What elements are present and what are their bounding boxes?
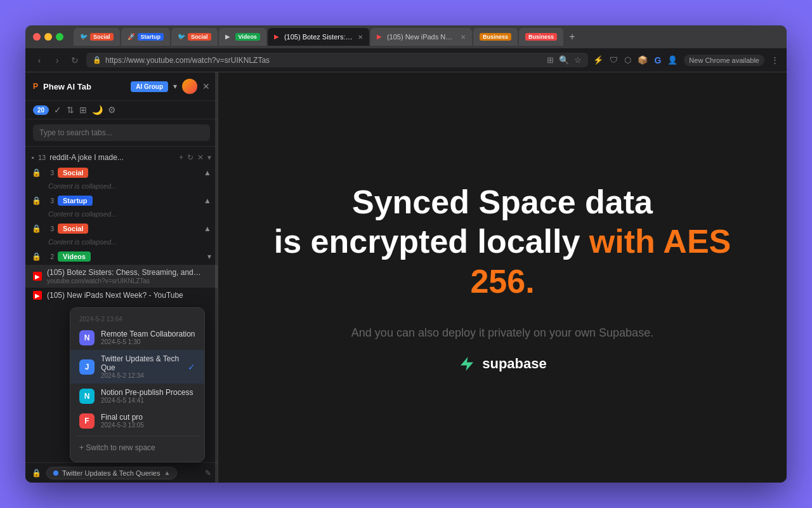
group-social2-badge[interactable]: Social: [58, 224, 88, 234]
group-social1-header[interactable]: 🔒 3 Social ▲: [25, 164, 218, 181]
tab-videos[interactable]: ▶ Videos: [219, 28, 266, 46]
dropdown-divider: [75, 436, 199, 436]
tab-title-ipads-sm: (105) New iPads Next Week? - YouTube: [47, 291, 210, 300]
group-social1-chevron-icon[interactable]: ▲: [204, 168, 211, 177]
tab-favicon-social2: 🐦: [178, 33, 185, 41]
group-row-videos: 🔒 2 Videos ▾ ▶ (105) Botez Sisters: Ches…: [25, 248, 218, 303]
extension-icon-1[interactable]: ⚡: [593, 55, 603, 65]
group-social2-header[interactable]: 🔒 3 Social ▲: [25, 220, 218, 237]
tab-close-ipads[interactable]: ✕: [461, 34, 466, 41]
group-startup-lock-icon: 🔒: [32, 196, 41, 205]
tab-close-botez[interactable]: ✕: [358, 34, 363, 41]
address-field[interactable]: 🔒 https://www.youtube.com/watch?v=srUIKN…: [86, 53, 588, 67]
tab-badge-startup: Startup: [138, 33, 164, 41]
dropdown-title-notion: Notion Pre-publish Process: [101, 388, 195, 397]
tab-youtube-ipads[interactable]: ▶ (105) New iPads Next Week?… ✕: [370, 28, 472, 46]
grid-icon[interactable]: ⊞: [79, 105, 87, 115]
resize-handle[interactable]: [215, 72, 218, 483]
sub-text: And you can also deploy it privately on …: [351, 326, 653, 340]
add-tab-icon[interactable]: +: [179, 153, 183, 162]
profile-icon[interactable]: 👤: [667, 55, 678, 65]
switch-space-button[interactable]: + Switch to new space: [70, 439, 204, 457]
new-tab-button[interactable]: +: [565, 29, 580, 44]
dropdown-content-remote: Remote Team Collaboration 2024-5-5 1:30: [101, 330, 195, 345]
current-space-badge[interactable]: Twitter Updates & Tech Queries ▲: [46, 467, 177, 479]
space-icon-finalcut: F: [79, 413, 95, 429]
sidebar-close-button[interactable]: ✕: [202, 81, 210, 91]
tab-count-badge: 20: [33, 105, 49, 115]
zoom-icon[interactable]: 🔍: [559, 55, 569, 65]
dropdown-timestamp: 2024-5-2 13:64: [70, 313, 204, 325]
group-videos-header[interactable]: 🔒 2 Videos ▾: [25, 248, 218, 265]
expand-window-icon[interactable]: ▾: [207, 153, 211, 162]
bottom-lock-icon[interactable]: 🔒: [32, 469, 41, 478]
group-social2-count: 3: [45, 225, 54, 232]
group-row-social2: 🔒 3 Social ▲ Content is collapsed...: [25, 220, 218, 248]
group-videos-badge[interactable]: Videos: [58, 251, 91, 262]
tab-startup[interactable]: 🚀 Startup: [121, 28, 171, 46]
tab-youtube-botez[interactable]: ▶ (105) Botez Sisters: Chess, S… ✕: [268, 28, 369, 46]
reload-button[interactable]: ↻: [69, 55, 81, 65]
dropdown-item-finalcut[interactable]: F Final cut pro 2024-5-3 13:05: [70, 408, 204, 433]
tab-social-1[interactable]: 🐦 Social: [74, 28, 120, 46]
back-button[interactable]: ‹: [33, 55, 46, 65]
space-icon-notion: N: [79, 389, 95, 404]
more-options-icon[interactable]: ⋮: [771, 55, 779, 65]
forward-button[interactable]: ›: [51, 55, 63, 65]
minimize-traffic-light[interactable]: [44, 33, 52, 41]
dropdown-item-notion[interactable]: N Notion Pre-publish Process 2024-5-5 14…: [70, 384, 204, 408]
dropdown-date-notion: 2024-5-5 14:41: [101, 397, 195, 404]
extension-icon-2[interactable]: 🛡: [610, 55, 618, 65]
refresh-icon[interactable]: ↻: [187, 153, 193, 162]
group-videos-chevron-icon[interactable]: ▾: [207, 252, 211, 261]
google-icon[interactable]: G: [654, 55, 661, 65]
close-window-icon[interactable]: ✕: [197, 153, 204, 162]
group-social1-badge[interactable]: Social: [58, 168, 88, 178]
group-social2-chevron-icon[interactable]: ▲: [204, 224, 211, 233]
dropdown-item-twitter[interactable]: J Twitter Updates & Tech Que 2024-5-2 12…: [70, 350, 204, 384]
moon-icon[interactable]: 🌙: [92, 105, 103, 115]
user-avatar[interactable]: [182, 79, 197, 94]
check-icon[interactable]: ✓: [54, 105, 62, 115]
sidebar-title: Phew AI Tab: [43, 82, 126, 91]
tab-title-ipads: (105) New iPads Next Week?…: [387, 33, 455, 41]
window-title: reddit-A joke I made...: [49, 153, 175, 162]
edit-icon[interactable]: ✎: [205, 469, 211, 478]
window-icon: ▪: [32, 154, 34, 161]
maximize-traffic-light[interactable]: [56, 33, 63, 41]
extension-icon-4[interactable]: 📦: [638, 55, 648, 65]
star-icon[interactable]: ☆: [574, 55, 582, 65]
dropdown-item-remote[interactable]: N Remote Team Collaboration 2024-5-5 1:3…: [70, 325, 204, 350]
window-actions: + ↻ ✕ ▾: [179, 153, 211, 162]
dropdown-date-remote: 2024-5-5 1:30: [101, 338, 195, 345]
settings-icon[interactable]: ⚙: [108, 105, 116, 115]
group-row-social1: 🔒 3 Social ▲ Content is collapsed...: [25, 164, 218, 192]
web-content-area: Synced Space data is encrypted locally w…: [218, 72, 787, 483]
group-startup-header[interactable]: 🔒 3 Startup ▲: [25, 192, 218, 209]
address-bar: ‹ › ↻ 🔒 https://www.youtube.com/watch?v=…: [25, 48, 787, 72]
group-startup-collapsed: Content is collapsed...: [25, 209, 218, 220]
tab-item-botez[interactable]: ▶ (105) Botez Sisters: Chess, Streaming,…: [25, 265, 218, 288]
cast-icon[interactable]: ⊞: [547, 55, 554, 65]
group-startup-badge[interactable]: Startup: [58, 196, 93, 206]
close-traffic-light[interactable]: [33, 33, 41, 41]
tab-favicon-startup: 🚀: [128, 33, 135, 41]
current-space-label: Twitter Updates & Tech Queries: [62, 469, 160, 477]
sort-icon[interactable]: ⇅: [67, 105, 74, 115]
tab-business-2[interactable]: Business: [519, 28, 563, 46]
toolbar-icons: ⚡ 🛡 ⬡ 📦 G 👤 New Chrome available ⋮: [593, 55, 779, 66]
tab-item-ipads[interactable]: ▶ (105) New iPads Next Week? - YouTube: [25, 288, 218, 303]
group-videos-lock-icon: 🔒: [32, 252, 41, 261]
tab-business-1[interactable]: Business: [473, 28, 518, 46]
tab-favicon-videos: ▶: [225, 33, 233, 41]
url-text: https://www.youtube.com/watch?v=srUIKNLZ…: [105, 56, 270, 65]
group-startup-chevron-icon[interactable]: ▲: [204, 196, 211, 205]
ai-group-chevron-icon[interactable]: ▾: [173, 82, 177, 91]
chrome-update-notice[interactable]: New Chrome available: [684, 55, 764, 66]
tab-badge-social2: Social: [188, 33, 211, 41]
ai-group-button[interactable]: AI Group: [131, 81, 168, 92]
group-row-startup: 🔒 3 Startup ▲ Content is collapsed...: [25, 192, 218, 220]
search-input[interactable]: [33, 124, 210, 141]
tab-social-2[interactable]: 🐦 Social: [171, 28, 218, 46]
extension-icon-3[interactable]: ⬡: [624, 55, 631, 65]
